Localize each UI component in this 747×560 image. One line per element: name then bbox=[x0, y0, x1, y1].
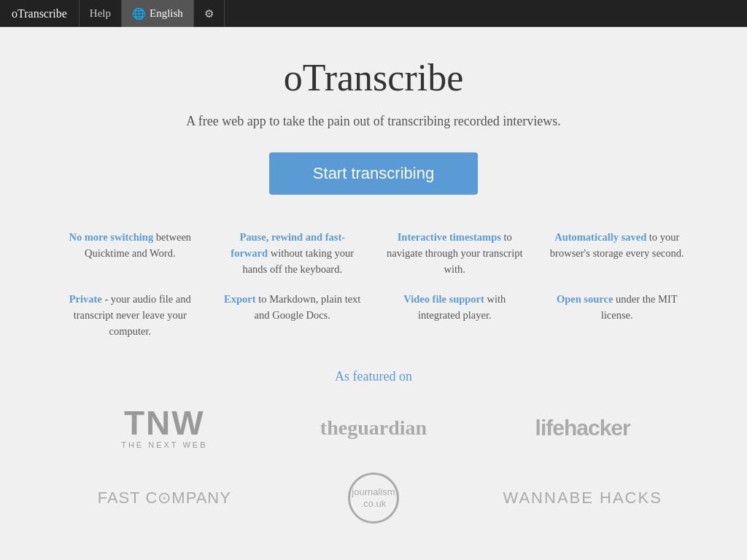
nav-language[interactable]: 🌐 English bbox=[122, 0, 194, 27]
logo-lifehacker: lifehacker bbox=[488, 399, 678, 457]
globe-icon: 🌐 bbox=[132, 7, 146, 20]
feature-title: Interactive timestamps bbox=[398, 231, 501, 243]
logo-wannabe: WANNABE HACKS bbox=[488, 469, 678, 527]
logo-journalism: journalism .co.uk bbox=[279, 469, 468, 527]
site-title: oTranscribe bbox=[60, 56, 687, 99]
feature-title: Export bbox=[224, 293, 256, 305]
logo-fastcompany: FAST C⊙MPANY bbox=[69, 469, 259, 527]
feature-body: under the MIT license. bbox=[601, 293, 678, 321]
journalism-text: journalism bbox=[352, 486, 395, 498]
feature-body: to Markdown, plain text and Google Docs. bbox=[255, 293, 361, 321]
feature-no-switching: No more switching between Quicktime and … bbox=[60, 230, 201, 277]
featured-section: As featured on TNW THE NEXT WEB theguard… bbox=[60, 369, 687, 527]
feature-title: Video file support bbox=[403, 293, 484, 305]
feature-title: Private bbox=[69, 293, 102, 305]
feature-title: Automatically saved bbox=[554, 231, 646, 243]
navbar: oTranscribe Help 🌐 English ⚙ bbox=[0, 0, 747, 27]
features-grid: No more switching between Quicktime and … bbox=[60, 230, 687, 340]
feature-private: Private - your audio file and transcript… bbox=[60, 292, 201, 339]
tnw-sub-text: THE NEXT WEB bbox=[121, 441, 207, 449]
settings-icon: ⚙ bbox=[204, 7, 214, 20]
feature-export: Export to Markdown, plain text and Googl… bbox=[222, 292, 363, 339]
main-content: oTranscribe A free web app to take the p… bbox=[45, 27, 702, 560]
logo-guardian: theguardian bbox=[279, 399, 468, 457]
fastcompany-text: FAST C⊙MPANY bbox=[98, 489, 231, 507]
nav-language-label: English bbox=[150, 7, 183, 20]
start-transcribing-button[interactable]: Start transcribing bbox=[269, 152, 478, 195]
journalism-url: .co.uk bbox=[361, 498, 387, 510]
feature-opensource: Open source under the MIT license. bbox=[547, 292, 688, 339]
feature-timestamps: Interactive timestamps to navigate throu… bbox=[384, 230, 525, 277]
feature-autosave: Automatically saved to your browser's st… bbox=[547, 230, 688, 277]
logo-tnw: TNW THE NEXT WEB bbox=[69, 399, 259, 457]
nav-settings[interactable]: ⚙ bbox=[194, 0, 225, 27]
feature-rewind: Pause, rewind and fast-forward without t… bbox=[222, 230, 363, 277]
featured-label: As featured on bbox=[60, 369, 687, 384]
lifehacker-text: lifehacker bbox=[535, 416, 630, 440]
wannabe-text: WANNABE HACKS bbox=[503, 489, 662, 507]
nav-brand: oTranscribe bbox=[0, 0, 80, 27]
journalism-circle: journalism .co.uk bbox=[348, 472, 399, 524]
guardian-text: theguardian bbox=[320, 416, 427, 439]
feature-title: Open source bbox=[557, 293, 613, 305]
nav-help[interactable]: Help bbox=[80, 0, 122, 27]
logos-grid: TNW THE NEXT WEB theguardian lifehacker bbox=[63, 399, 684, 527]
feature-video: Video file support with integrated playe… bbox=[384, 292, 525, 339]
tnw-main-text: TNW bbox=[124, 406, 205, 440]
feature-title: No more switching bbox=[69, 231, 153, 243]
tagline: A free web app to take the pain out of t… bbox=[60, 114, 687, 129]
